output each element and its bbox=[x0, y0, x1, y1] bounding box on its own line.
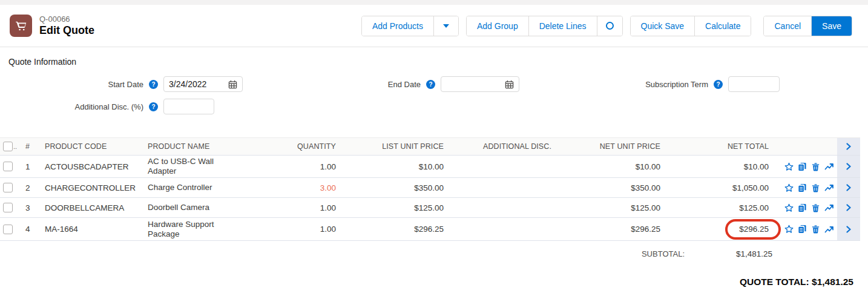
help-icon[interactable]: ? bbox=[149, 102, 158, 111]
quantity-value[interactable]: 1.00 bbox=[252, 203, 336, 212]
page-title: Edit Quote bbox=[39, 24, 94, 37]
add-products-menu-button[interactable] bbox=[433, 16, 458, 36]
product-code: MA-1664 bbox=[39, 225, 137, 234]
net-total-value: $1,050.00 bbox=[660, 183, 769, 192]
subtotal-value: $1,481.25 bbox=[685, 249, 772, 258]
line-actions-group: Add Group Delete Lines bbox=[466, 16, 623, 36]
header-select-cell: .. bbox=[0, 142, 18, 151]
quantity-value-changed[interactable]: 3.00 bbox=[252, 183, 336, 192]
header-titles: Q-00066 Edit Quote bbox=[39, 15, 94, 37]
header-expand-cell[interactable] bbox=[837, 138, 860, 155]
favorite-star-icon[interactable] bbox=[784, 183, 794, 192]
record-id: Q-00066 bbox=[39, 15, 94, 24]
delete-icon[interactable] bbox=[811, 162, 820, 171]
line-number: 3 bbox=[18, 203, 39, 212]
net-unit-price-value: $125.00 bbox=[551, 203, 660, 212]
net-total-value: $10.00 bbox=[660, 162, 769, 171]
list-unit-price-value: $350.00 bbox=[336, 183, 444, 192]
list-unit-price-value: $125.00 bbox=[336, 203, 444, 212]
favorite-star-icon[interactable] bbox=[784, 203, 794, 212]
header-net-total: NET TOTAL bbox=[660, 142, 769, 151]
additional-disc-field: Additional Disc. (%) ? bbox=[39, 99, 214, 114]
usage-trend-icon[interactable] bbox=[824, 225, 834, 234]
chevron-right-icon bbox=[845, 163, 852, 170]
help-icon[interactable]: ? bbox=[714, 80, 723, 89]
row-checkbox[interactable] bbox=[3, 162, 13, 171]
row-checkbox[interactable] bbox=[3, 225, 13, 234]
row-checkbox[interactable] bbox=[3, 203, 13, 212]
end-date-inputbox bbox=[441, 76, 519, 92]
header-product-code: PRODUCT CODE bbox=[39, 142, 137, 151]
table-row: 2 CHARGECONTROLLER Charge Controller 3.0… bbox=[0, 178, 860, 198]
subscription-term-input[interactable] bbox=[729, 77, 779, 91]
add-products-button[interactable]: Add Products bbox=[362, 16, 433, 36]
save-button[interactable]: Save bbox=[811, 16, 852, 36]
row-select-cell bbox=[0, 225, 18, 234]
calculate-button[interactable]: Calculate bbox=[694, 16, 751, 36]
chevron-right-icon bbox=[845, 226, 852, 233]
row-expand-cell[interactable] bbox=[837, 156, 860, 177]
help-icon[interactable]: ? bbox=[426, 80, 435, 89]
net-total-value: $125.00 bbox=[660, 203, 769, 212]
delete-lines-button[interactable]: Delete Lines bbox=[528, 16, 597, 36]
additional-disc-label: Additional Disc. (%) bbox=[39, 102, 143, 111]
add-group-button[interactable]: Add Group bbox=[467, 16, 528, 36]
clone-icon[interactable] bbox=[798, 183, 807, 192]
end-date-label: End Date bbox=[337, 80, 421, 89]
row-expand-cell[interactable] bbox=[837, 198, 860, 217]
product-name: Hardware Support Package bbox=[137, 220, 252, 239]
clone-icon[interactable] bbox=[798, 162, 807, 171]
favorite-star-icon[interactable] bbox=[784, 162, 794, 171]
product-name: AC to USB-C Wall Adapter bbox=[137, 157, 252, 176]
product-code: ACTOUSBCADAPTER bbox=[39, 162, 137, 171]
header-additional-disc: ADDITIONAL DISC. bbox=[444, 142, 551, 151]
additional-disc-inputbox bbox=[163, 99, 214, 114]
cancel-save-group: Cancel Save bbox=[763, 16, 852, 36]
quantity-value[interactable]: 1.00 bbox=[252, 162, 336, 171]
delete-icon[interactable] bbox=[811, 183, 820, 192]
circle-icon bbox=[606, 22, 614, 30]
chevron-right-icon bbox=[845, 184, 852, 191]
subscription-term-field: Subscription Term ? bbox=[563, 76, 780, 92]
chevron-right-icon bbox=[845, 204, 852, 211]
header-net-unit-price: NET UNIT PRICE bbox=[551, 142, 660, 151]
edit-quote-page: Q-00066 Edit Quote Add Products Add Grou… bbox=[0, 0, 868, 302]
select-all-checkbox[interactable] bbox=[3, 142, 13, 151]
subtotal-label: SUBTOTAL: bbox=[0, 249, 685, 258]
top-strip bbox=[0, 0, 868, 5]
quick-save-button[interactable]: Quick Save bbox=[631, 16, 695, 36]
clone-icon[interactable] bbox=[798, 225, 807, 234]
help-icon[interactable]: ? bbox=[149, 80, 158, 89]
header-list-unit-price: LIST UNIT PRICE bbox=[336, 142, 444, 151]
table-row: 3 DOORBELLCAMERA Doorbell Camera 1.00 $1… bbox=[0, 198, 860, 218]
start-date-field: Start Date ? bbox=[39, 76, 243, 92]
list-unit-price-value: $10.00 bbox=[336, 162, 444, 171]
delete-icon[interactable] bbox=[811, 203, 820, 212]
cancel-button[interactable]: Cancel bbox=[764, 16, 811, 36]
calendar-icon[interactable] bbox=[505, 80, 514, 91]
row-expand-cell[interactable] bbox=[837, 178, 860, 197]
refresh-button[interactable] bbox=[597, 16, 622, 36]
row-actions bbox=[769, 203, 837, 212]
additional-disc-input[interactable] bbox=[164, 99, 214, 114]
chevron-down-icon bbox=[443, 24, 449, 28]
usage-trend-icon[interactable] bbox=[824, 203, 834, 212]
usage-trend-icon[interactable] bbox=[824, 183, 834, 192]
line-number: 4 bbox=[18, 225, 39, 234]
row-expand-cell[interactable] bbox=[837, 218, 860, 240]
product-name: Doorbell Camera bbox=[137, 203, 252, 212]
calendar-icon[interactable] bbox=[228, 80, 237, 91]
quote-total: QUOTE TOTAL: $1,481.25 bbox=[0, 277, 868, 287]
page-header: Q-00066 Edit Quote Add Products Add Grou… bbox=[0, 5, 868, 47]
usage-trend-icon[interactable] bbox=[824, 162, 834, 171]
product-code: CHARGECONTROLLER bbox=[39, 183, 137, 192]
delete-icon[interactable] bbox=[811, 225, 820, 234]
quantity-value[interactable]: 1.00 bbox=[252, 225, 336, 234]
start-date-inputbox bbox=[163, 76, 243, 92]
clone-icon[interactable] bbox=[798, 203, 807, 212]
line-number: 1 bbox=[18, 162, 39, 171]
favorite-star-icon[interactable] bbox=[784, 225, 794, 234]
add-products-group: Add Products bbox=[361, 16, 459, 36]
row-checkbox[interactable] bbox=[3, 183, 13, 192]
truncated-header-text: .. bbox=[13, 143, 17, 150]
